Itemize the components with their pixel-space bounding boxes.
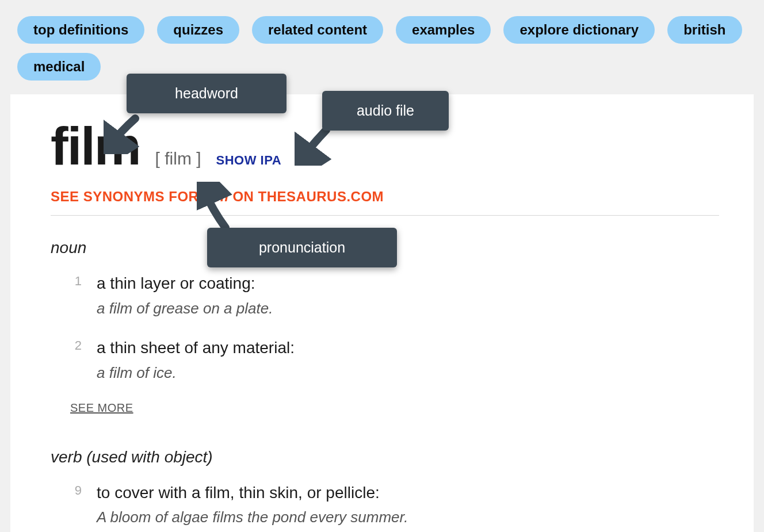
arrow-icon (197, 182, 243, 231)
definition-number: 9 (70, 481, 82, 529)
show-ipa-button[interactable]: SHOW IPA (216, 153, 282, 168)
definition-example: a film of ice. (97, 362, 295, 384)
tab-british[interactable]: british (667, 16, 742, 44)
definition-item: 9 to cover with a film, thin skin, or pe… (70, 481, 719, 529)
verb-defs: 9 to cover with a film, thin skin, or pe… (70, 481, 719, 529)
annotation-audio: audio file (322, 91, 449, 131)
nav-pills: top definitions quizzes related content … (0, 0, 764, 81)
synonyms-pre: SEE SYNONYMS FOR (51, 189, 203, 204)
definition-number: 2 (70, 336, 82, 384)
pronunciation-text: [ film ] (155, 149, 201, 169)
synonyms-link[interactable]: SEE SYNONYMS FOR film ON THESAURUS.COM (51, 189, 719, 205)
noun-defs: 1 a thin layer or coating: a film of gre… (70, 272, 719, 384)
divider (51, 215, 719, 216)
tab-top-definitions[interactable]: top definitions (17, 16, 144, 44)
annotation-pronunciation: pronunciation (207, 228, 397, 267)
arrow-icon (104, 114, 144, 154)
synonyms-post: ON THESAURUS.COM (228, 189, 384, 204)
tab-related-content[interactable]: related content (252, 16, 383, 44)
see-more-link[interactable]: SEE MORE (70, 401, 133, 415)
definition-text: to cover with a film, thin skin, or pell… (97, 481, 408, 505)
definition-text: a thin layer or coating: (97, 272, 273, 296)
tab-explore-dictionary[interactable]: explore dictionary (503, 16, 655, 44)
tab-quizzes[interactable]: quizzes (157, 16, 239, 44)
definition-item: 2 a thin sheet of any material: a film o… (70, 336, 719, 384)
definition-text: a thin sheet of any material: (97, 336, 295, 360)
definition-item: 1 a thin layer or coating: a film of gre… (70, 272, 719, 319)
annotation-headword: headword (127, 74, 286, 113)
entry-card: film [ film ] SHOW IPA SEE SYNONYMS FOR … (10, 94, 754, 532)
definition-example: a film of grease on a plate. (97, 298, 273, 320)
arrow-icon (295, 125, 335, 166)
pos-verb: verb (used with object) (51, 448, 719, 466)
definition-example: A bloom of algae films the pond every su… (97, 507, 408, 529)
tab-examples[interactable]: examples (396, 16, 491, 44)
definition-number: 1 (70, 272, 82, 319)
tab-medical[interactable]: medical (17, 53, 101, 81)
